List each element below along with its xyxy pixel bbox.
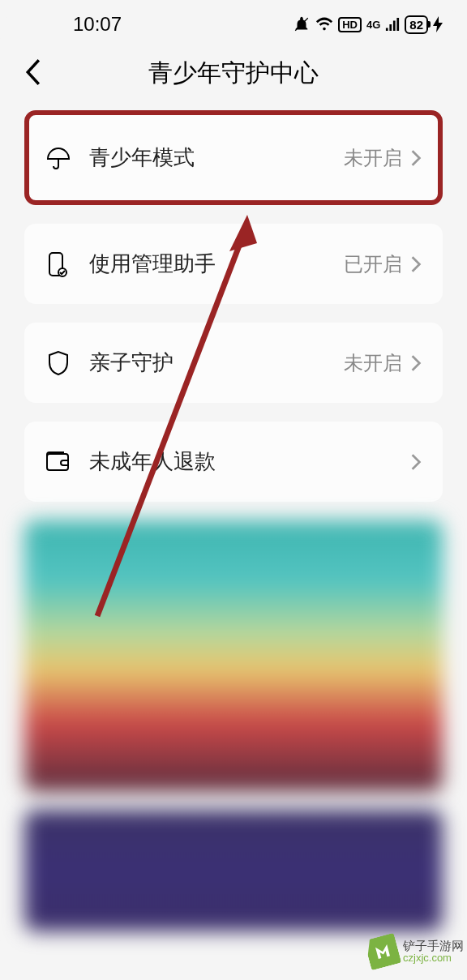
charging-icon (433, 16, 443, 32)
settings-list: 青少年模式 未开启 使用管理助手 已开启 亲子守护 未开启 未成年人退款 (0, 110, 467, 502)
signal-icon (385, 17, 400, 32)
item-teen-mode[interactable]: 青少年模式 未开启 (24, 110, 443, 205)
chevron-right-icon (410, 149, 422, 167)
wallet-icon (45, 449, 71, 475)
watermark-url: czjxjc.com (403, 952, 464, 964)
status-icons: HD 4G 82 (293, 15, 443, 34)
chevron-right-icon (410, 255, 422, 273)
item-status: 未开启 (344, 350, 402, 376)
watermark-logo-icon (364, 933, 402, 971)
item-label: 未成年人退款 (89, 447, 402, 476)
item-minor-refund[interactable]: 未成年人退款 (24, 422, 443, 502)
item-label: 亲子守护 (89, 349, 344, 377)
page-title: 青少年守护中心 (24, 57, 443, 90)
chevron-left-icon (24, 58, 42, 86)
banner-area (0, 520, 467, 931)
banner-image[interactable] (24, 520, 443, 792)
status-time: 10:07 (73, 13, 122, 36)
mute-icon (293, 15, 311, 33)
item-label: 青少年模式 (89, 143, 344, 172)
phone-check-icon (45, 251, 71, 277)
item-parent-child[interactable]: 亲子守护 未开启 (24, 323, 443, 403)
item-usage-assistant[interactable]: 使用管理助手 已开启 (24, 224, 443, 304)
nav-bar: 青少年守护中心 (0, 41, 467, 110)
item-status: 已开启 (344, 251, 402, 277)
network-badge: 4G (366, 19, 380, 31)
battery-indicator: 82 (405, 15, 428, 34)
svg-rect-2 (47, 454, 68, 470)
back-button[interactable] (24, 58, 42, 89)
hd-icon: HD (338, 17, 362, 32)
watermark-title: 铲子手游网 (403, 939, 464, 953)
item-status: 未开启 (344, 145, 402, 171)
banner-image[interactable] (24, 810, 443, 931)
item-label: 使用管理助手 (89, 250, 344, 278)
chevron-right-icon (410, 453, 422, 471)
chevron-right-icon (410, 354, 422, 372)
wifi-icon (315, 16, 333, 32)
watermark: 铲子手游网 czjxjc.com (364, 933, 467, 970)
status-bar: 10:07 HD 4G 82 (0, 0, 467, 41)
umbrella-icon (45, 145, 71, 171)
shield-icon (45, 350, 71, 376)
